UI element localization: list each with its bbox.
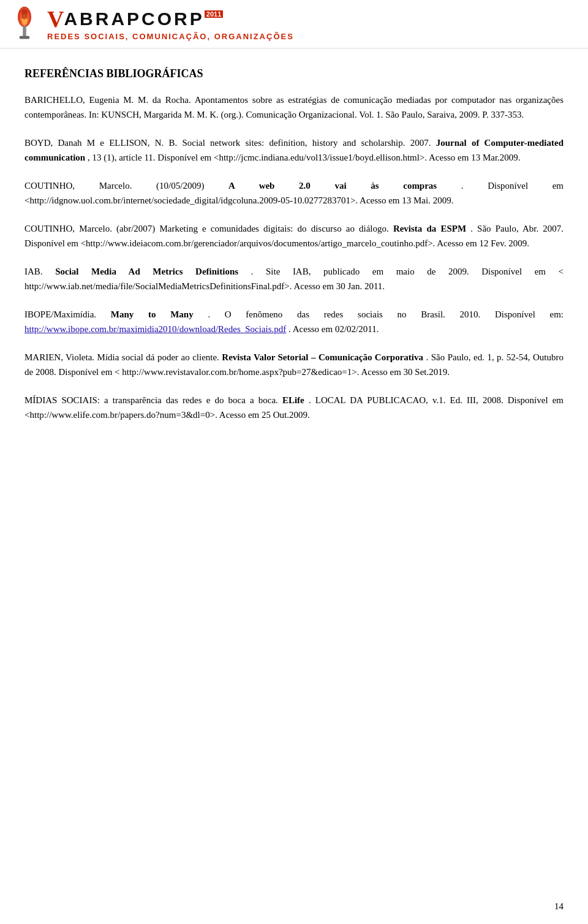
page-number: 14 (554, 901, 564, 912)
ref-author: BARICHELLO, Eugenia M. M. da Rocha. (24, 95, 191, 105)
ref-author: IBOPE/Maximídia. (24, 309, 111, 319)
reference-iab: IAB. Social Media Ad Metrics Definitions… (24, 264, 564, 293)
reference-text: MÍDIAS SOCIAIS: a transparência das rede… (24, 393, 564, 422)
reference-boyd: BOYD, Danah M e ELLISON, N. B. Social ne… (24, 135, 564, 165)
reference-text: IBOPE/Maximídia. Many to Many . O fenôme… (24, 307, 564, 336)
ref-title: Social Media Ad Metrics Definitions (55, 267, 238, 276)
header-brand-area: V ABRAPCORP 2011 REDES SOCIAIS, COMUNICA… (47, 7, 294, 41)
ref-body: Social network sites: definition, histor… (182, 138, 435, 148)
ref-author: COUTINHO, Marcelo. (10/05/2009) (24, 181, 228, 191)
reference-text: COUTINHO, Marcelo. (abr/2007) Marketing … (24, 221, 564, 251)
reference-text: BARICHELLO, Eugenia M. M. da Rocha. Apon… (24, 93, 564, 122)
page-header: V ABRAPCORP 2011 REDES SOCIAIS, COMUNICA… (0, 0, 588, 49)
ref-author: COUTINHO, Marcelo. (abr/2007) Marketing … (24, 224, 393, 233)
year-badge: 2011 (205, 10, 223, 18)
ref-journal: Revista da ESPM (393, 224, 466, 233)
reference-text: MARIEN, Violeta. Mídia social dá poder a… (24, 350, 564, 379)
ref-title: A web 2.0 vai às compras (228, 181, 437, 191)
reference-coutinho1: COUTINHO, Marcelo. (10/05/2009) A web 2.… (24, 178, 564, 208)
reference-barichello: BARICHELLO, Eugenia M. M. da Rocha. Apon… (24, 93, 564, 122)
svg-rect-3 (23, 26, 26, 37)
ref-journal: Revista Valor Setorial – Comunicação Cor… (222, 352, 423, 362)
ref-body2: Comunicação Organizacional. Vol. 1. São … (246, 110, 524, 119)
ref-title: Many to Many (111, 309, 194, 319)
svg-rect-4 (20, 36, 30, 39)
header-subtitle: REDES SOCIAIS, COMUNICAÇÃO, ORGANIZAÇÕES (47, 32, 294, 41)
reference-text: COUTINHO, Marcelo. (10/05/2009) A web 2.… (24, 178, 564, 208)
reference-text: BOYD, Danah M e ELLISON, N. B. Social ne… (24, 135, 564, 165)
reference-midias-sociais: MÍDIAS SOCIAIS: a transparência das rede… (24, 393, 564, 422)
section-title: REFERÊNCIAS BIBLIOGRÁFICAS (24, 67, 564, 80)
ref-title: ELife (282, 395, 304, 405)
reference-coutinho2: COUTINHO, Marcelo. (abr/2007) Marketing … (24, 221, 564, 251)
page-content: REFERÊNCIAS BIBLIOGRÁFICAS BARICHELLO, E… (0, 49, 588, 472)
ref-author: MÍDIAS SOCIAIS: a transparência das rede… (24, 395, 282, 405)
reference-ibope: IBOPE/Maximídia. Many to Many . O fenôme… (24, 307, 564, 336)
brand-name: ABRAPCORP (64, 10, 204, 28)
ref-author: BOYD, Danah M e ELLISON, N. B. (24, 138, 177, 148)
ref-author: IAB. (24, 267, 55, 276)
ref-details: , 13 (1), article 11. Disponível em <htt… (88, 153, 521, 162)
reference-text: IAB. Social Media Ad Metrics Definitions… (24, 264, 564, 293)
ref-link: http://www.ibope.com.br/maximidia2010/do… (24, 324, 286, 334)
reference-marien: MARIEN, Violeta. Mídia social dá poder a… (24, 350, 564, 379)
ref-author: MARIEN, Violeta. Mídia social dá poder a… (24, 352, 222, 362)
ref-body: . O fenômeno das redes sociais no Brasil… (208, 309, 564, 319)
abrapcorp-logo-icon (9, 6, 40, 42)
roman-numeral: V (47, 7, 64, 31)
ref-access: . Acesso em 02/02/2011. (288, 324, 379, 334)
